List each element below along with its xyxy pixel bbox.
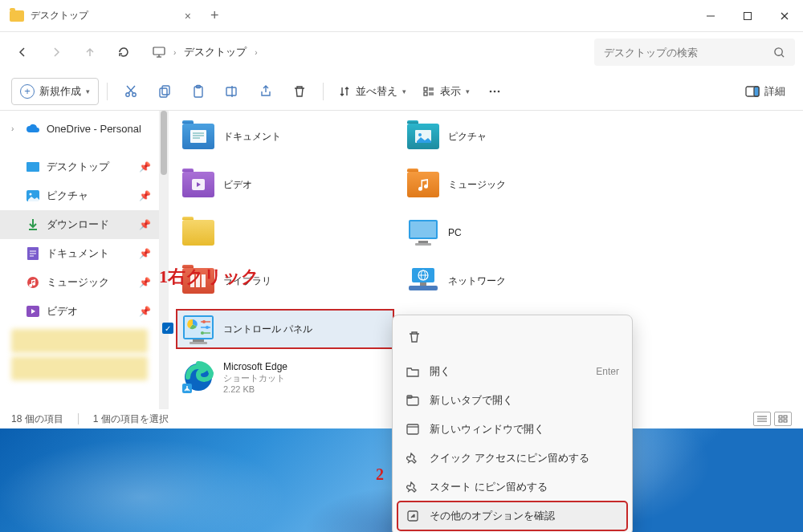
item-library[interactable]: ライブラリ bbox=[177, 262, 393, 300]
pin-icon bbox=[406, 480, 420, 494]
music-icon bbox=[26, 275, 40, 290]
list-view-button[interactable] bbox=[753, 412, 771, 426]
address-bar[interactable]: › デスクトップ › bbox=[143, 38, 589, 67]
item-edge[interactable]: Microsoft Edge ショートカット 2.22 KB bbox=[177, 358, 393, 396]
svg-point-25 bbox=[490, 90, 492, 92]
item-pictures[interactable]: ピクチャ bbox=[402, 117, 618, 156]
view-button[interactable]: 表示 ▾ bbox=[416, 78, 476, 105]
close-tab-icon[interactable]: × bbox=[185, 10, 191, 22]
context-delete-button[interactable] bbox=[401, 323, 428, 351]
up-button[interactable] bbox=[75, 38, 104, 67]
pin-icon: 📌 bbox=[139, 161, 151, 173]
blurred-item bbox=[11, 356, 148, 380]
item-videos[interactable]: ビデオ bbox=[177, 165, 393, 204]
edge-icon bbox=[181, 360, 215, 394]
more-button[interactable] bbox=[479, 78, 510, 105]
pc-icon bbox=[406, 216, 440, 250]
item-label: ライブラリ bbox=[223, 274, 271, 288]
refresh-button[interactable] bbox=[109, 38, 138, 67]
context-pin-start[interactable]: スタート にピン留めする bbox=[397, 473, 627, 502]
toolbar: + 新規作成 ▾ 並べ替え ▾ 表示 ▾ 詳細 bbox=[0, 72, 803, 111]
item-label: Microsoft Edge bbox=[223, 361, 287, 372]
new-tab-button[interactable]: + bbox=[201, 7, 229, 24]
details-pane-button[interactable]: 詳細 bbox=[739, 78, 792, 105]
sidebar-label: ミュージック bbox=[47, 275, 132, 290]
svg-rect-22 bbox=[424, 92, 427, 95]
sidebar-documents[interactable]: ドキュメント 📌 bbox=[0, 239, 159, 268]
svg-rect-70 bbox=[190, 342, 207, 344]
context-open[interactable]: 開く Enter bbox=[397, 357, 627, 386]
rename-button[interactable] bbox=[217, 78, 247, 105]
sidebar-desktop[interactable]: デスクトップ 📌 bbox=[0, 152, 159, 181]
sidebar-scrollbar[interactable] bbox=[159, 111, 169, 424]
pin-icon: 📌 bbox=[139, 306, 151, 317]
sidebar-label: ビデオ bbox=[47, 304, 132, 319]
chevron-right-icon: › bbox=[173, 48, 176, 57]
status-count: 18 個の項目 bbox=[11, 412, 63, 426]
item-label: ネットワーク bbox=[448, 274, 506, 288]
sidebar-downloads[interactable]: ダウンロード 📌 bbox=[0, 210, 159, 239]
new-tab-icon bbox=[406, 393, 420, 408]
svg-rect-19 bbox=[424, 87, 427, 91]
back-button[interactable] bbox=[8, 38, 37, 67]
close-window-button[interactable] bbox=[766, 0, 803, 32]
context-pin-quickaccess[interactable]: クイック アクセスにピン留めする bbox=[397, 444, 627, 473]
svg-rect-29 bbox=[754, 87, 759, 96]
item-control-panel[interactable]: ✓ コントロール パネル bbox=[177, 310, 393, 348]
sidebar-onedrive[interactable]: › OneDrive - Personal bbox=[0, 114, 159, 143]
svg-rect-14 bbox=[162, 86, 169, 95]
sort-button[interactable]: 並べ替え ▾ bbox=[332, 78, 413, 105]
search-input[interactable] bbox=[604, 47, 767, 59]
item-type: ショートカット bbox=[223, 372, 287, 384]
sidebar-videos[interactable]: ビデオ 📌 bbox=[0, 297, 159, 326]
context-more-options[interactable]: その他のオプションを確認 bbox=[397, 502, 627, 530]
svg-rect-50 bbox=[415, 243, 431, 246]
cut-button[interactable] bbox=[116, 78, 146, 105]
sidebar-label: ピクチャ bbox=[47, 189, 132, 203]
item-documents[interactable]: ドキュメント bbox=[177, 117, 393, 156]
new-button[interactable]: + 新規作成 ▾ bbox=[11, 78, 99, 105]
context-label: 新しいウィンドウで開く bbox=[430, 422, 619, 437]
copy-button[interactable] bbox=[149, 78, 180, 105]
scrollbar-thumb[interactable] bbox=[161, 111, 167, 175]
delete-button[interactable] bbox=[284, 78, 315, 105]
svg-rect-40 bbox=[190, 130, 206, 143]
separator bbox=[323, 83, 324, 100]
item-blank-folder[interactable] bbox=[177, 213, 393, 252]
paste-button[interactable] bbox=[183, 78, 214, 105]
forward-button[interactable] bbox=[42, 38, 71, 67]
svg-rect-58 bbox=[409, 286, 438, 290]
open-icon bbox=[406, 364, 420, 379]
sidebar-music[interactable]: ミュージック 📌 bbox=[0, 268, 159, 297]
item-pc[interactable]: PC bbox=[402, 213, 618, 252]
chevron-down-icon: ▾ bbox=[466, 87, 470, 95]
minimize-button[interactable] bbox=[692, 0, 729, 32]
maximize-button[interactable] bbox=[729, 0, 766, 32]
item-label: ピクチャ bbox=[448, 130, 487, 144]
titlebar: デスクトップ × + bbox=[0, 0, 803, 32]
item-music[interactable]: ミュージック bbox=[402, 165, 618, 204]
context-new-tab[interactable]: 新しいタブで開く bbox=[397, 386, 627, 415]
separator bbox=[78, 413, 79, 424]
svg-rect-79 bbox=[784, 420, 787, 422]
plus-circle-icon: + bbox=[20, 84, 35, 99]
item-network[interactable]: ネットワーク bbox=[402, 262, 618, 300]
pin-icon: 📌 bbox=[139, 219, 151, 230]
share-button[interactable] bbox=[251, 78, 281, 105]
monitor-icon bbox=[153, 46, 165, 59]
desktop-icon bbox=[26, 160, 40, 174]
grid-view-button[interactable] bbox=[774, 412, 792, 426]
context-menu: 開く Enter 新しいタブで開く 新しいウィンドウで開く クイック アクセスに… bbox=[392, 315, 633, 532]
checkbox-icon[interactable]: ✓ bbox=[162, 323, 173, 334]
folder-icon bbox=[407, 124, 439, 149]
cloud-icon bbox=[26, 121, 40, 136]
svg-point-10 bbox=[132, 92, 136, 95]
breadcrumb-item[interactable]: デスクトップ bbox=[184, 45, 247, 59]
context-new-window[interactable]: 新しいウィンドウで開く bbox=[397, 415, 627, 444]
separator bbox=[107, 83, 108, 100]
sidebar-pictures[interactable]: ピクチャ 📌 bbox=[0, 181, 159, 210]
tab-title: デスクトップ bbox=[31, 9, 178, 22]
svg-rect-59 bbox=[420, 282, 426, 286]
search-box[interactable] bbox=[594, 39, 795, 66]
window-tab[interactable]: デスクトップ × bbox=[0, 0, 201, 31]
